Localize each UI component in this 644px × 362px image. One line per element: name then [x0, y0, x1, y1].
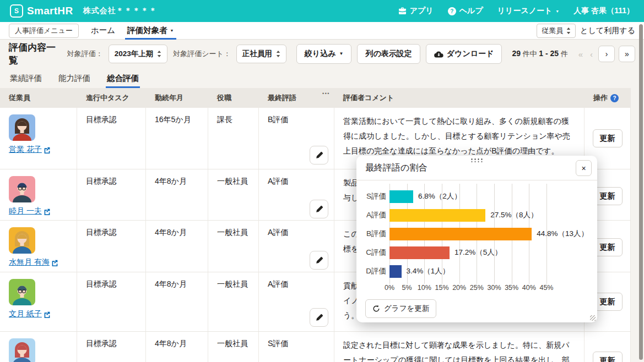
- x-axis-tick: 15%: [435, 284, 448, 292]
- avatar: [9, 279, 35, 305]
- avatar: [9, 114, 35, 141]
- columns-button[interactable]: 列の表示設定: [357, 44, 420, 64]
- header-task: 進行中タスク: [77, 88, 146, 108]
- resize-handle[interactable]: [590, 315, 596, 321]
- employee-link[interactable]: 文月 紙子: [9, 309, 51, 319]
- sort-arrows-icon: [566, 28, 571, 34]
- comment-cell: 設定された目標に対して顕著な成果を示しました。特に、新規パートナーシップの獲得に…: [334, 332, 585, 362]
- employee-link[interactable]: 営業 花子: [9, 145, 51, 155]
- edit-grade-button[interactable]: [310, 308, 328, 327]
- popup-body: S評価6.8%（2人）A評価27.5%（8人）B評価44.8%（13人）C評価1…: [356, 180, 597, 318]
- topnav: アプリ ? ヘルプ リリースノート ▼ 人事 杏果（111）: [398, 6, 634, 16]
- eval-tabs: 業績評価 能力評価 総合評価: [0, 68, 644, 88]
- table-row: 目標承認4年8か月一般社員S評価設定された目標に対して顕著な成果を示しました。特…: [0, 332, 631, 362]
- x-axis-tick: 45%: [539, 284, 553, 292]
- position-cell: 一般社員: [208, 332, 259, 362]
- close-icon[interactable]: ×: [576, 160, 592, 176]
- grade-value: A評価: [268, 177, 288, 185]
- pagination-prev[interactable]: ‹: [588, 50, 594, 59]
- header-tenure: 勤続年月: [146, 88, 208, 108]
- briefcase-icon: [398, 7, 407, 15]
- chart-value-label: 3.4%（1人）: [407, 266, 450, 276]
- chart-bar-row: A評価27.5%（8人）: [389, 206, 588, 224]
- chart-category-label: C評価: [364, 248, 386, 257]
- chart-bar-row: D評価3.4%（1人）: [389, 262, 588, 281]
- role-switcher: 従業員 として利用する: [537, 24, 635, 38]
- chart-bar: [389, 265, 402, 278]
- header-comment: 評価者コメント: [334, 88, 585, 108]
- grade-ratio-popup: 最終評語の割合 × S評価6.8%（2人）A評価27.5%（8人）B評価44.8…: [356, 156, 597, 322]
- help-icon[interactable]: ?: [610, 94, 619, 102]
- tenure-cell: 4年8か月: [146, 272, 208, 331]
- tab-overall-eval[interactable]: 総合評価: [107, 68, 139, 88]
- edit-grade-button[interactable]: [310, 146, 328, 164]
- employee-cell: 睦月 一夫: [0, 169, 77, 223]
- chart-value-label: 6.8%（2人）: [418, 191, 462, 201]
- tab-label: 能力評価: [58, 73, 90, 84]
- task-cell: 目標承認: [77, 108, 146, 169]
- tab-business-eval[interactable]: 業績評価: [10, 68, 42, 88]
- nav-apps[interactable]: アプリ: [398, 6, 434, 16]
- position-cell: 一般社員: [208, 272, 259, 331]
- edit-grade-button[interactable]: [310, 200, 328, 218]
- update-button[interactable]: 更新: [593, 352, 623, 362]
- comment-text: 営業活動において一貫して熱心に取り組み、多くの新規顧客の獲得に成功しました。しか…: [343, 114, 575, 158]
- drag-handle-icon[interactable]: [471, 158, 483, 162]
- role-select-value: 従業員: [542, 26, 563, 36]
- target-eval-label: 対象評価：: [67, 49, 103, 59]
- pagination: « ‹ › »: [577, 46, 635, 62]
- nav-release-notes[interactable]: リリースノート ▼: [497, 6, 560, 16]
- scrollbar[interactable]: [639, 24, 643, 360]
- table-header: 従業員 進行中タスク 勤続年月 役職 最終評語 ••• 評価者コメント 操作 ?: [0, 88, 631, 108]
- header-position: 役職: [208, 88, 259, 108]
- filter-triangle-icon: ▼: [339, 52, 344, 56]
- download-button[interactable]: ダウンロード: [426, 44, 502, 64]
- nav-eval-targets-label: 評価対象者: [127, 25, 167, 36]
- header-grade: 最終評語 •••: [259, 88, 334, 108]
- update-button[interactable]: 更新: [593, 129, 623, 147]
- tenure-cell: 4年8か月: [146, 221, 208, 274]
- download-button-label: ダウンロード: [447, 49, 494, 59]
- chart-bar: [389, 246, 450, 259]
- chevron-down-icon: ▼: [555, 9, 559, 13]
- employee-link[interactable]: 睦月 一夫: [9, 206, 51, 216]
- refresh-chart-button[interactable]: グラフを更新: [365, 299, 436, 318]
- employee-cell: 文月 紙子: [0, 272, 77, 331]
- sheet-select[interactable]: 正社員用: [236, 45, 286, 63]
- target-eval-select[interactable]: 2023年上期: [109, 45, 168, 63]
- smarthr-logo[interactable]: S SmartHR: [10, 4, 73, 18]
- chart-value-label: 44.8%（13人）: [537, 229, 588, 239]
- employee-link[interactable]: 水無月 有海: [9, 257, 58, 267]
- nav-eval-targets[interactable]: 評価対象者 ▼: [127, 22, 174, 40]
- x-axis-tick: 35%: [505, 284, 518, 292]
- edit-grade-button[interactable]: [310, 251, 328, 270]
- pagination-next[interactable]: ›: [598, 46, 615, 62]
- role-select[interactable]: 従業員: [537, 24, 576, 38]
- task-cell: 目標承認: [77, 221, 146, 274]
- nav-help[interactable]: ? ヘルプ: [448, 6, 483, 16]
- nav-user[interactable]: 人事 杏果（111）: [573, 6, 634, 16]
- count-total: 29: [512, 49, 521, 58]
- refresh-icon: [372, 305, 380, 312]
- pagination-first[interactable]: «: [577, 50, 585, 59]
- avatar: [9, 338, 35, 362]
- tab-label: 総合評価: [107, 73, 139, 84]
- pagination-last[interactable]: »: [619, 46, 635, 62]
- tab-ability-eval[interactable]: 能力評価: [58, 68, 90, 88]
- nav-home[interactable]: ホーム: [91, 25, 115, 36]
- employee-cell: [0, 332, 77, 362]
- nav-user-label: 人事 杏果（111）: [573, 6, 634, 16]
- employee-name: 文月 紙子: [9, 309, 42, 319]
- chart-value-label: 27.5%（8人）: [490, 210, 538, 220]
- hr-eval-menu-chip[interactable]: 人事評価メニュー: [9, 24, 79, 38]
- count-unit: 件中: [523, 50, 537, 58]
- popup-title: 最終評語の割合: [365, 162, 427, 174]
- x-axis-tick: 10%: [418, 284, 431, 292]
- grade-cell: S評価: [259, 332, 334, 362]
- role-suffix-label: として利用する: [580, 26, 635, 36]
- filter-button[interactable]: 絞り込み ▼: [296, 44, 352, 64]
- chart-category-label: A評価: [364, 210, 386, 220]
- column-menu-icon[interactable]: •••: [321, 90, 331, 97]
- chart-bar: [389, 209, 485, 222]
- position-cell: 一般社員: [208, 221, 259, 274]
